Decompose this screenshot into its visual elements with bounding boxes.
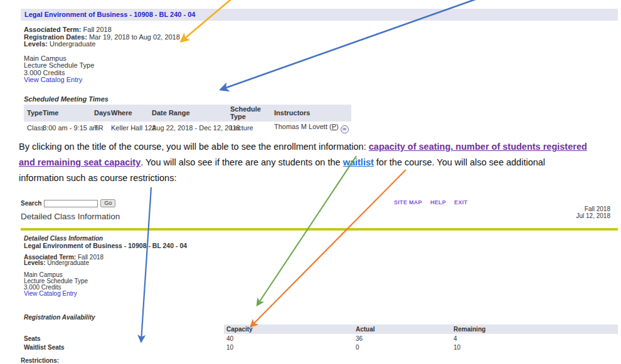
meeting-times-table: Type Time Days Where Date Range Schedule… bbox=[24, 105, 351, 134]
schedule-type-line: Lecture Schedule Type bbox=[24, 278, 618, 284]
instructor-name: Thomas M Lovett ( bbox=[274, 123, 332, 130]
email-icon[interactable]: ✉ bbox=[341, 125, 349, 133]
seats-remaining: 4 bbox=[451, 334, 618, 343]
registration-availability-heading: Registration Availability bbox=[21, 314, 618, 321]
term-date: Fall 2018 Jul 12, 2018 bbox=[576, 205, 611, 219]
col-date-range: Date Range bbox=[152, 105, 230, 122]
cell-days: TR bbox=[94, 122, 111, 134]
credits-line: 3.000 Credits bbox=[24, 70, 618, 77]
section-heading: Detailed Class Information bbox=[24, 236, 618, 242]
col-capacity: Capacity bbox=[224, 325, 353, 334]
cell-time: 8:00 am - 9:15 am bbox=[43, 122, 94, 134]
campus-line: Main Campus bbox=[24, 55, 618, 63]
info-label: Levels: bbox=[24, 40, 48, 48]
search-input[interactable] bbox=[44, 200, 98, 207]
scheduled-meeting-times: Scheduled Meeting Times Type Time Days W… bbox=[21, 95, 618, 134]
screenshot-class-listing: Legal Environment of Business - 10908 - … bbox=[21, 9, 618, 134]
waitlist-highlight: waitlist bbox=[343, 157, 374, 167]
course-term-info: Associated Term: Fall 2018 Registration … bbox=[21, 26, 618, 48]
instructor-name-close: ) bbox=[336, 123, 339, 130]
paragraph-text: By clicking on the title of the course, … bbox=[19, 142, 369, 152]
availability-table: Capacity Actual Remaining Seats 40 36 4 … bbox=[21, 325, 618, 351]
waitlist-actual: 0 bbox=[353, 343, 451, 351]
cell-type: Class bbox=[24, 122, 43, 134]
campus-line: Main Campus bbox=[24, 272, 618, 278]
cell-date-range: Aug 22, 2018 - Dec 12, 2018 bbox=[152, 122, 230, 134]
info-row: Associated Term: Fall 2018 bbox=[24, 254, 618, 261]
info-value: Mar 19, 2018 to Aug 02, 2018 bbox=[87, 33, 180, 41]
info-label: Registration Dates: bbox=[24, 33, 87, 41]
col-remaining: Remaining bbox=[451, 325, 618, 334]
col-days: Days bbox=[94, 105, 111, 122]
col-schedule-type: Schedule Type bbox=[230, 105, 274, 122]
waitlist-remaining: 10 bbox=[451, 343, 618, 351]
col-instructors: Instructors bbox=[274, 105, 351, 122]
site-map-link[interactable]: SITE MAP bbox=[394, 199, 422, 205]
paragraph-text: . You will also see if there are any stu… bbox=[141, 157, 342, 167]
info-label: Associated Term: bbox=[24, 26, 82, 33]
row-waitlist-label: Waitlist Seats bbox=[21, 343, 224, 351]
info-row: Levels: Undergraduate bbox=[24, 260, 618, 266]
col-time: Time bbox=[43, 105, 94, 122]
help-link[interactable]: HELP bbox=[430, 199, 446, 205]
meeting-times-row: Class 8:00 am - 9:15 am TR Keller Hall 1… bbox=[24, 122, 351, 134]
course-title-bar: Legal Environment of Business - 10908 - … bbox=[21, 9, 618, 21]
exit-link[interactable]: EXIT bbox=[454, 199, 467, 205]
info-label: Levels: bbox=[24, 259, 45, 266]
course-title-link[interactable]: Legal Environment of Business - 10908 - … bbox=[24, 11, 195, 18]
nav-links: SITE MAP HELP EXIT bbox=[394, 199, 467, 205]
view-catalog-entry-link[interactable]: View Catalog Entry bbox=[24, 76, 82, 83]
page-title: Detailed Class Information bbox=[21, 212, 120, 221]
info-value: Fall 2018 bbox=[82, 26, 112, 33]
course-title: Legal Environment of Business - 10908 - … bbox=[24, 243, 618, 249]
banner-top-bar: Search Go SITE MAP HELP EXIT Fall 2018 J… bbox=[21, 198, 618, 228]
info-row: Levels: Undergraduate bbox=[24, 41, 618, 48]
seats-capacity: 40 bbox=[224, 334, 353, 343]
course-campus-info: Main Campus Lecture Schedule Type 3.000 … bbox=[24, 272, 618, 296]
course-campus-info: Main Campus Lecture Schedule Type 3.000 … bbox=[21, 55, 618, 84]
course-term-info: Associated Term: Fall 2018 Levels: Under… bbox=[24, 254, 618, 267]
instruction-paragraph: By clicking on the title of the course, … bbox=[19, 139, 591, 186]
instructor-primary-link[interactable]: P bbox=[332, 123, 336, 130]
divider-line bbox=[21, 228, 618, 231]
meeting-times-header-row: Type Time Days Where Date Range Schedule… bbox=[24, 105, 351, 122]
go-button[interactable]: Go bbox=[100, 199, 115, 207]
info-row: Registration Dates: Mar 19, 2018 to Aug … bbox=[24, 34, 618, 41]
cell-instructor: Thomas M Lovett (P)✉ bbox=[274, 122, 351, 134]
meeting-times-heading: Scheduled Meeting Times bbox=[24, 95, 618, 103]
search-bar: Search Go bbox=[21, 199, 115, 207]
header-spacer bbox=[21, 325, 224, 334]
col-where: Where bbox=[111, 105, 152, 122]
search-label: Search bbox=[21, 200, 41, 207]
col-actual: Actual bbox=[353, 325, 451, 334]
seats-actual: 36 bbox=[353, 334, 451, 343]
info-value: Undergraduate bbox=[48, 40, 95, 48]
detail-info-block: Detailed Class Information Legal Environ… bbox=[21, 236, 618, 296]
col-type: Type bbox=[24, 105, 43, 122]
date-label: Jul 12, 2018 bbox=[576, 212, 611, 219]
info-value: Undergraduate bbox=[45, 259, 89, 266]
view-catalog-entry-link[interactable]: View Catalog Entry bbox=[24, 290, 77, 297]
cell-schedule-type: Lecture bbox=[230, 122, 274, 134]
term-label: Fall 2018 bbox=[576, 205, 611, 212]
page: Legal Environment of Business - 10908 - … bbox=[0, 0, 621, 364]
schedule-type-line: Lecture Schedule Type bbox=[24, 62, 618, 70]
screenshot-detailed-class-info: Search Go SITE MAP HELP EXIT Fall 2018 J… bbox=[21, 198, 618, 364]
waitlist-capacity: 10 bbox=[224, 343, 353, 351]
restrictions-block: Restrictions: Must be enrolled in one of… bbox=[21, 358, 618, 364]
row-seats-label: Seats bbox=[21, 334, 224, 343]
credits-line: 3.000 Credits bbox=[24, 284, 618, 291]
cell-where: Keller Hall 122 bbox=[111, 122, 152, 134]
